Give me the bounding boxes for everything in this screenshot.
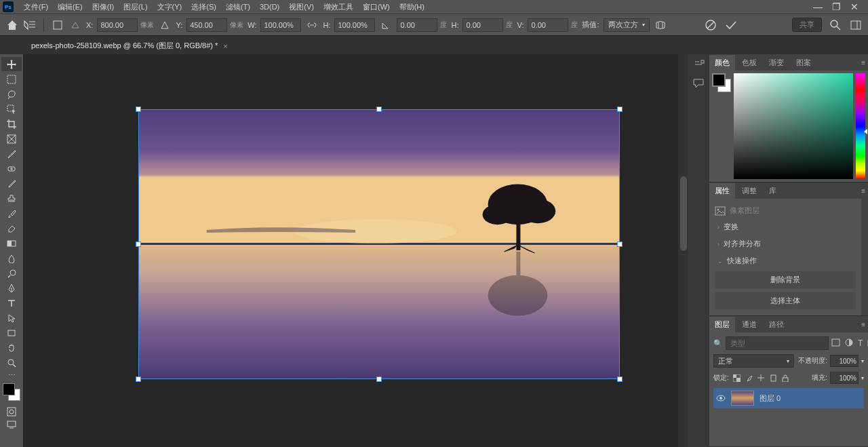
- blur-tool[interactable]: [1, 251, 22, 265]
- zoom-tool[interactable]: [1, 355, 22, 370]
- menu-view[interactable]: 视图(V): [284, 2, 319, 12]
- section-transform[interactable]: ›变换: [715, 218, 856, 235]
- tab-gradients[interactable]: 渐变: [764, 55, 789, 71]
- eyedropper-tool[interactable]: [1, 147, 22, 161]
- quick-mask-icon[interactable]: [7, 407, 16, 416]
- commit-transform-icon[interactable]: [724, 18, 738, 32]
- canvas-scrollbar[interactable]: [678, 54, 688, 447]
- lasso-tool[interactable]: [1, 87, 22, 101]
- transform-handle-tl[interactable]: [136, 106, 141, 112]
- tab-properties[interactable]: 属性: [709, 183, 735, 199]
- tool-preset-icon[interactable]: [23, 18, 37, 32]
- search-icon[interactable]: 🔍: [713, 339, 723, 348]
- layer-name[interactable]: 图层 0: [760, 393, 781, 404]
- panel-menu-icon[interactable]: ≡: [861, 187, 865, 195]
- delta-icon[interactable]: [158, 18, 172, 32]
- reference-point-icon[interactable]: [51, 18, 64, 32]
- transform-handle-tc[interactable]: [376, 106, 382, 112]
- transform-handle-mr[interactable]: [617, 241, 623, 247]
- layer-thumbnail[interactable]: [731, 391, 754, 406]
- dodge-tool[interactable]: [1, 266, 22, 280]
- blend-mode-dropdown[interactable]: 正常▾: [713, 354, 794, 368]
- transform-handle-bl[interactable]: [136, 376, 141, 382]
- window-close-icon[interactable]: ✕: [850, 1, 859, 12]
- layer-filter-input[interactable]: [726, 336, 829, 350]
- scrollbar-thumb[interactable]: [680, 176, 687, 251]
- canvas-area[interactable]: [23, 54, 688, 447]
- tab-close-icon[interactable]: ×: [223, 42, 227, 50]
- x-input[interactable]: [97, 18, 138, 32]
- menu-plugins[interactable]: 增效工具: [319, 2, 358, 12]
- tab-layers[interactable]: 图层: [709, 317, 735, 332]
- tab-adjustments[interactable]: 调整: [736, 183, 762, 199]
- menu-file[interactable]: 文件(F): [19, 2, 53, 12]
- hue-pointer[interactable]: [864, 129, 867, 134]
- menu-window[interactable]: 窗口(W): [358, 2, 395, 12]
- window-maximize-icon[interactable]: ❐: [832, 1, 841, 12]
- menu-help[interactable]: 帮助(H): [395, 2, 429, 12]
- menu-type[interactable]: 文字(Y): [153, 2, 187, 12]
- screen-mode-icon[interactable]: [7, 421, 16, 429]
- layer-visibility-icon[interactable]: [716, 395, 726, 402]
- menu-3d[interactable]: 3D(D): [255, 3, 284, 11]
- crop-tool[interactable]: [1, 117, 22, 131]
- tab-libraries[interactable]: 库: [764, 183, 782, 199]
- section-align[interactable]: ›对齐并分布: [715, 235, 856, 252]
- interpolation-dropdown[interactable]: 两次立方▾: [604, 18, 650, 32]
- select-subject-button[interactable]: 选择主体: [715, 292, 856, 309]
- skew-h-input[interactable]: [462, 18, 503, 32]
- gradient-tool[interactable]: [1, 236, 22, 250]
- hue-slider[interactable]: [856, 73, 865, 179]
- h-input[interactable]: [334, 18, 375, 32]
- document-tab[interactable]: pexels-photo-258109.webp @ 66.7% (图层 0, …: [24, 37, 235, 54]
- lock-position-icon[interactable]: [757, 374, 765, 382]
- angle-icon[interactable]: [379, 18, 393, 32]
- shape-tool[interactable]: [1, 326, 22, 340]
- transform-handle-br[interactable]: [617, 376, 623, 382]
- strip-comment-icon[interactable]: [692, 77, 705, 90]
- menu-edit[interactable]: 编辑(E): [53, 2, 87, 12]
- edit-toolbox-icon[interactable]: ⋯: [1, 370, 22, 380]
- transform-handle-bc[interactable]: [376, 376, 382, 382]
- skew-v-input[interactable]: [528, 18, 568, 32]
- filter-pixel-icon[interactable]: [831, 338, 840, 348]
- frame-tool[interactable]: [1, 132, 22, 146]
- tab-patterns[interactable]: 图案: [791, 55, 816, 71]
- quick-select-tool[interactable]: [1, 102, 22, 116]
- tab-channels[interactable]: 通道: [736, 317, 762, 332]
- panel-fg-color[interactable]: [712, 73, 726, 87]
- filter-adjust-icon[interactable]: [845, 338, 853, 348]
- link-wh-icon[interactable]: [305, 18, 319, 32]
- panel-menu-icon[interactable]: ≡: [861, 321, 865, 328]
- lock-pixels-icon[interactable]: [733, 374, 741, 382]
- pen-tool[interactable]: [1, 281, 22, 295]
- filter-type-icon[interactable]: T: [858, 338, 863, 348]
- triangle-icon[interactable]: [68, 18, 82, 32]
- brush-tool[interactable]: [1, 176, 22, 191]
- warp-icon[interactable]: [654, 18, 667, 32]
- panel-menu-icon[interactable]: ≡: [861, 59, 865, 66]
- workspace-icon[interactable]: [849, 18, 863, 32]
- remove-background-button[interactable]: 删除背景: [715, 271, 856, 288]
- stamp-tool[interactable]: [1, 191, 22, 206]
- menu-image[interactable]: 图像(I): [87, 2, 119, 12]
- color-field[interactable]: [734, 73, 853, 179]
- opacity-input[interactable]: [830, 355, 859, 367]
- marquee-tool[interactable]: [1, 72, 22, 86]
- share-button[interactable]: 共享: [792, 18, 822, 32]
- lock-all-icon[interactable]: [782, 374, 789, 382]
- color-swatch[interactable]: [3, 383, 20, 401]
- lock-artboard-icon[interactable]: [770, 374, 777, 382]
- history-brush-tool[interactable]: [1, 206, 22, 220]
- strip-heal-icon[interactable]: [692, 58, 705, 71]
- layer-item-0[interactable]: 图层 0: [713, 388, 864, 408]
- foreground-color[interactable]: [3, 383, 15, 395]
- angle-input[interactable]: [397, 18, 437, 32]
- fill-input[interactable]: [830, 372, 859, 384]
- lock-paint-icon[interactable]: [745, 374, 753, 382]
- color-fg-bg-swatch[interactable]: [712, 73, 731, 92]
- menu-select[interactable]: 选择(S): [186, 2, 221, 12]
- y-input[interactable]: [186, 18, 227, 32]
- menu-layer[interactable]: 图层(L): [119, 2, 152, 12]
- menu-filter[interactable]: 滤镜(T): [221, 2, 255, 12]
